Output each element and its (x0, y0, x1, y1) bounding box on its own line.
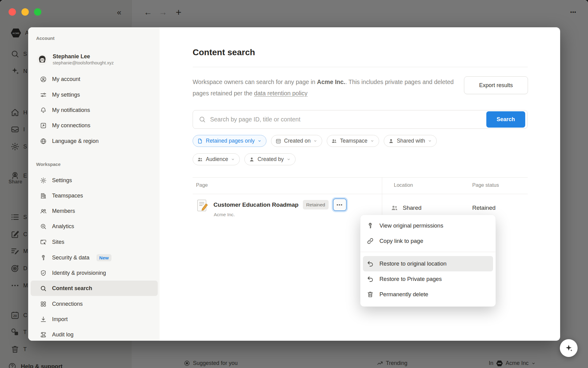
nav-item-label: Settings (52, 177, 72, 184)
people-icon (197, 156, 203, 163)
nav-item-content-search[interactable]: Content search (31, 281, 158, 296)
nav-item-import[interactable]: Import (31, 312, 158, 327)
chip-label: Teamspace (340, 138, 368, 144)
key-icon (367, 222, 374, 229)
filter-chip-teamspace[interactable]: Teamspace (327, 135, 379, 147)
page-workspace-cell: Acme Inc. (214, 212, 235, 217)
chip-label: Created by (258, 156, 284, 163)
search-icon (40, 285, 47, 292)
nav-item-identity-provisioning[interactable]: Identity & provisioning (31, 265, 158, 281)
nav-item-settings[interactable]: Settings (31, 173, 158, 188)
chip-label: Created on (284, 138, 311, 144)
people-icon (40, 208, 47, 215)
magnifier-plus-icon (40, 223, 47, 230)
filter-row-1: Retained pages only Created on Teamspace… (193, 135, 437, 147)
document-icon (197, 138, 203, 144)
nav-item-label: Analytics (52, 223, 74, 230)
location-value: Shared (403, 205, 421, 211)
bell-icon (40, 107, 47, 114)
gear-icon (40, 177, 47, 184)
page-title-cell[interactable]: Customer Education Roadmap (213, 201, 299, 208)
nav-item-my-account[interactable]: My account (31, 71, 158, 87)
chevron-down-icon (370, 139, 374, 143)
download-icon (40, 316, 47, 323)
search-button[interactable]: Search (486, 111, 525, 128)
chevron-down-icon (258, 139, 262, 143)
menu-item-view-original-permissions[interactable]: View original permissions (363, 218, 493, 233)
nav-item-label: Sites (52, 239, 64, 245)
menu-item-label: Permanently delete (379, 291, 428, 298)
page-title: Content search (193, 48, 255, 57)
nav-item-label: My connections (52, 122, 90, 129)
nav-item-sites[interactable]: Sites (31, 234, 158, 250)
content-search-panel: Content search Workspace owners can sear… (160, 27, 560, 341)
minimize-window-button[interactable] (21, 8, 29, 16)
nav-user-row[interactable]: Stephanie Lee stephanie@toolsforthought.… (31, 51, 158, 68)
menu-item-restore-to-original-location[interactable]: Restore to original location (363, 256, 493, 271)
table-top-border (193, 177, 528, 178)
link-icon (367, 237, 374, 245)
nav-item-teamspaces[interactable]: Teamspaces (31, 188, 158, 203)
nav-item-label: Identity & provisioning (52, 270, 106, 276)
nav-item-analytics[interactable]: Analytics (31, 219, 158, 234)
nav-item-my-connections[interactable]: My connections (31, 118, 158, 133)
data-retention-policy-link[interactable]: data retention policy (254, 90, 308, 97)
nav-item-label: Security & data (52, 255, 89, 261)
menu-item-permanently-delete[interactable]: Permanently delete (363, 287, 493, 302)
user-name: Stephanie Lee (53, 53, 114, 60)
filter-chip-created-by[interactable]: Created by (244, 153, 296, 165)
nav-item-label: My settings (52, 92, 80, 98)
new-badge: New (96, 254, 111, 261)
chevron-down-icon (287, 157, 291, 161)
nav-item-label: Audit log (52, 332, 74, 338)
filter-chip-audience[interactable]: Audience (193, 153, 240, 165)
nav-item-security-data[interactable]: Security & data New (31, 250, 158, 265)
undo-icon (367, 275, 374, 283)
nav-item-my-notifications[interactable]: My notifications (31, 102, 158, 118)
column-header-page: Page (196, 182, 208, 188)
page-status-cell: Retained (472, 205, 496, 211)
nav-item-label: My notifications (52, 107, 90, 113)
nav-item-members[interactable]: Members (31, 203, 158, 219)
row-actions-menu: View original permissions Copy link to p… (360, 215, 496, 307)
screen: « ← → + ••• ACME A S N H (0, 0, 588, 368)
chevron-down-icon (231, 157, 235, 161)
nav-item-label: Members (52, 208, 75, 214)
menu-item-label: Copy link to page (379, 238, 423, 244)
browser-cursor-icon (40, 239, 47, 246)
chevron-down-icon (313, 139, 317, 143)
nav-item-my-settings[interactable]: My settings (31, 87, 158, 102)
person-icon (249, 156, 255, 163)
chevron-down-icon (428, 139, 432, 143)
person-icon (388, 138, 394, 144)
nav-section-workspace: Workspace (36, 162, 61, 167)
sliders-icon (40, 91, 47, 98)
desc-part: Workspace owners can search for any page… (193, 79, 317, 85)
menu-divider (360, 252, 496, 252)
user-email: stephanie@toolsforthought.xyz (53, 60, 114, 66)
chip-label: Shared with (397, 138, 425, 144)
menu-item-restore-to-private-pages[interactable]: Restore to Private pages (363, 271, 493, 287)
menu-item-label: View original permissions (379, 222, 443, 229)
zoom-window-button[interactable] (34, 8, 41, 16)
nav-item-connections[interactable]: Connections (31, 296, 158, 312)
ai-assistant-button[interactable] (560, 339, 578, 357)
menu-item-copy-link-to-page[interactable]: Copy link to page (363, 233, 493, 249)
filter-chip-created-on[interactable]: Created on (271, 135, 322, 147)
settings-nav: Account Stephanie Lee stephanie@toolsfor… (28, 27, 160, 341)
nav-item-label: Content search (52, 285, 92, 292)
chip-label: Audience (206, 156, 228, 163)
search-input[interactable] (193, 110, 528, 129)
sparkle-icon (564, 344, 573, 352)
shield-check-icon (40, 270, 47, 277)
row-actions-button[interactable]: ••• (333, 198, 347, 211)
filter-chip-shared-with[interactable]: Shared with (384, 135, 437, 147)
close-window-button[interactable] (9, 8, 16, 16)
table-header-border (193, 194, 528, 194)
globe-icon (40, 138, 47, 145)
nav-item-audit-log[interactable]: Audit log (31, 327, 158, 342)
export-results-button[interactable]: Export results (464, 76, 528, 94)
people-icon (390, 204, 398, 212)
filter-chip-retained-pages-only[interactable]: Retained pages only (193, 135, 266, 147)
nav-item-language-region[interactable]: Language & region (31, 133, 158, 149)
